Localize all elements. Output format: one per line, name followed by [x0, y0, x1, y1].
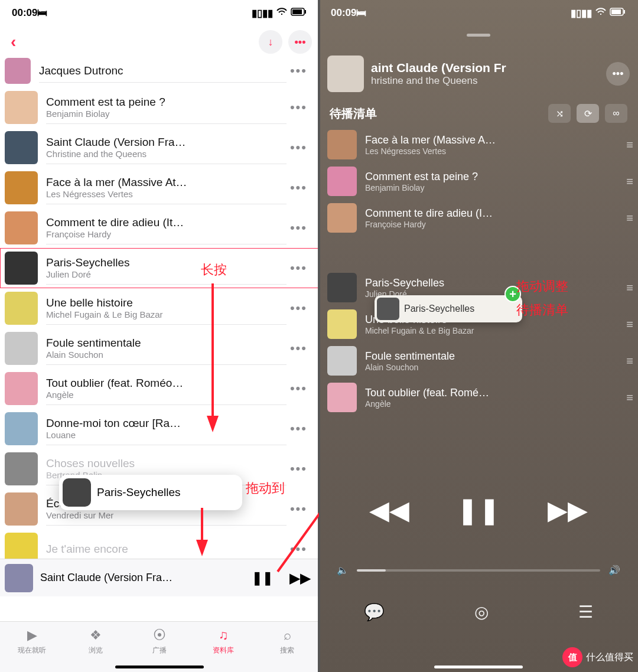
- more-button[interactable]: •••: [288, 30, 312, 54]
- battery-icon: [610, 7, 626, 19]
- song-row[interactable]: Saint Claude (Version Fra…Christine and …: [0, 128, 319, 168]
- queue-row[interactable]: Face à la mer (Massive A…Les Négresses V…: [319, 126, 638, 163]
- tab-资料库[interactable]: ♫资料库: [197, 628, 250, 655]
- reorder-handle-icon[interactable]: ≡: [626, 138, 630, 152]
- song-row[interactable]: Jacques Dutronc•••: [0, 58, 319, 87]
- watermark-text: 什么值得买: [586, 651, 633, 664]
- annotation-queue: 待播清单: [516, 301, 568, 319]
- tab-广播[interactable]: ⦿广播: [133, 628, 186, 655]
- download-button[interactable]: ↓: [259, 30, 282, 54]
- song-title: Une belle histoire: [46, 296, 287, 309]
- back-button[interactable]: ‹: [7, 32, 19, 51]
- airplay-button[interactable]: ◎: [474, 602, 489, 622]
- battery-icon: [291, 7, 307, 19]
- album-art-icon: [5, 564, 33, 592]
- song-row[interactable]: Face à la mer (Massive At…Les Négresses …: [0, 168, 319, 208]
- queue-meta: Comment te dire adieu (I…Françoise Hardy: [365, 207, 618, 229]
- song-more-button[interactable]: •••: [287, 140, 311, 155]
- home-indicator[interactable]: [115, 666, 204, 668]
- wifi-icon: [276, 7, 287, 19]
- album-art-icon[interactable]: [327, 56, 364, 92]
- song-more-button[interactable]: •••: [287, 100, 311, 115]
- shuffle-button[interactable]: ⤭: [548, 104, 571, 123]
- song-title: Foule sentimentale: [46, 337, 287, 350]
- status-time: 00:09: [12, 7, 37, 19]
- album-art-icon: [5, 211, 38, 244]
- right-phone: 00:09 🛏 ▮▯▮▮ aint Claude (Version Fr hri…: [319, 0, 638, 672]
- reorder-handle-icon[interactable]: ≡: [626, 318, 630, 331]
- repeat-button[interactable]: ⟳: [577, 104, 599, 123]
- queue-header: 待播清单 ⤭ ⟳ ∞: [319, 98, 638, 126]
- queue-row[interactable]: Foule sentimentaleAlain Souchon≡: [319, 342, 638, 379]
- tab-label: 资料库: [213, 645, 234, 655]
- reorder-handle-icon[interactable]: ≡: [626, 211, 630, 225]
- playback-controls: ◀◀ ❚❚ ▶▶: [319, 495, 638, 525]
- home-indicator[interactable]: [434, 666, 523, 668]
- bottom-icon-row: 💬 ◎ ☰: [319, 602, 638, 622]
- song-title: Paris-Seychelles: [46, 256, 287, 269]
- reorder-handle-icon[interactable]: ≡: [626, 281, 630, 295]
- svg-rect-2: [305, 10, 306, 14]
- album-art-icon: [5, 292, 38, 325]
- sheet-grabber[interactable]: [467, 34, 490, 37]
- drag-preview[interactable]: Paris-Seychelles: [375, 295, 522, 322]
- album-art-icon: [5, 412, 38, 445]
- song-more-button[interactable]: •••: [287, 260, 311, 276]
- svg-rect-10: [611, 9, 621, 14]
- tab-label: 广播: [152, 645, 167, 655]
- queue-button[interactable]: ☰: [578, 602, 593, 622]
- drag-preview[interactable]: Paris-Seychelles: [59, 475, 242, 510]
- song-artist: Alain Souchon: [46, 350, 287, 360]
- tab-bar: ▶现在就听❖浏览⦿广播♫资料库⌕搜索: [0, 621, 319, 672]
- queue-meta: Face à la mer (Massive A…Les Négresses V…: [365, 134, 618, 156]
- album-art-icon: [5, 58, 31, 84]
- lyrics-button[interactable]: 💬: [364, 602, 385, 622]
- album-art-icon: [5, 252, 38, 285]
- song-meta: Donne-moi ton cœur [Ra…Louane: [46, 412, 287, 445]
- song-row[interactable]: Comment est ta peine ?Benjamin Biolay•••: [0, 87, 319, 128]
- nav-bar: ‹ ↓ •••: [0, 26, 319, 58]
- pause-button[interactable]: ❚❚: [457, 495, 500, 525]
- tab-现在就听[interactable]: ▶现在就听: [5, 628, 58, 655]
- album-art-icon: [5, 492, 38, 526]
- song-more-button[interactable]: •••: [287, 220, 311, 236]
- tab-浏览[interactable]: ❖浏览: [69, 628, 122, 655]
- reorder-handle-icon[interactable]: ≡: [626, 175, 630, 188]
- tab-搜索[interactable]: ⌕搜索: [261, 628, 314, 655]
- album-art-icon: [327, 167, 357, 196]
- status-bar: 00:09 🛏 ▮▯▮▮: [319, 0, 638, 26]
- song-more-button[interactable]: •••: [287, 63, 311, 79]
- next-button[interactable]: ▶▶: [548, 495, 588, 525]
- song-title: Tout oublier (feat. Roméo…: [46, 377, 287, 390]
- volume-high-icon: 🔊: [608, 565, 620, 576]
- song-row[interactable]: Paris-SeychellesJulien Doré•••: [0, 248, 319, 288]
- annotation-longpress: 长按: [201, 261, 227, 279]
- tab-label: 浏览: [89, 645, 103, 655]
- tab-icon: ❖: [90, 628, 102, 643]
- watermark: 值 什么值得买: [562, 647, 633, 667]
- album-art-icon: [327, 130, 357, 159]
- tab-icon: ⦿: [153, 628, 166, 643]
- song-meta: Comment est ta peine ?Benjamin Biolay: [46, 91, 287, 124]
- autoplay-button[interactable]: ∞: [605, 104, 627, 123]
- queue-row[interactable]: Tout oublier (feat. Romé…Angèle≡: [319, 379, 638, 416]
- now-playing-header: aint Claude (Version Fr hristine and the…: [319, 44, 638, 98]
- queue-row[interactable]: Comment est ta peine ?Benjamin Biolay≡: [319, 163, 638, 200]
- more-button[interactable]: •••: [606, 62, 630, 86]
- song-title: Saint Claude (Version Fra…: [46, 136, 287, 149]
- tab-icon: ⌕: [284, 628, 291, 643]
- nowplaying-title: aint Claude (Version Fr: [371, 61, 599, 75]
- song-more-button[interactable]: •••: [287, 180, 311, 195]
- prev-button[interactable]: ◀◀: [369, 495, 409, 525]
- song-row[interactable]: Comment te dire adieu (It…Françoise Hard…: [0, 208, 319, 248]
- volume-slider[interactable]: 🔈 🔊: [337, 565, 620, 576]
- svg-marker-6: [196, 540, 208, 556]
- queue-list[interactable]: Face à la mer (Massive A…Les Négresses V…: [319, 126, 638, 416]
- volume-track[interactable]: [357, 569, 600, 572]
- song-title: Je t'aime encore: [46, 543, 287, 556]
- reorder-handle-icon[interactable]: ≡: [626, 391, 630, 404]
- queue-row[interactable]: Comment te dire adieu (I…Françoise Hardy…: [319, 200, 638, 236]
- reorder-handle-icon[interactable]: ≡: [626, 354, 630, 368]
- arrow-diag-icon: [266, 312, 319, 589]
- song-artist: Christine and the Queens: [46, 149, 287, 159]
